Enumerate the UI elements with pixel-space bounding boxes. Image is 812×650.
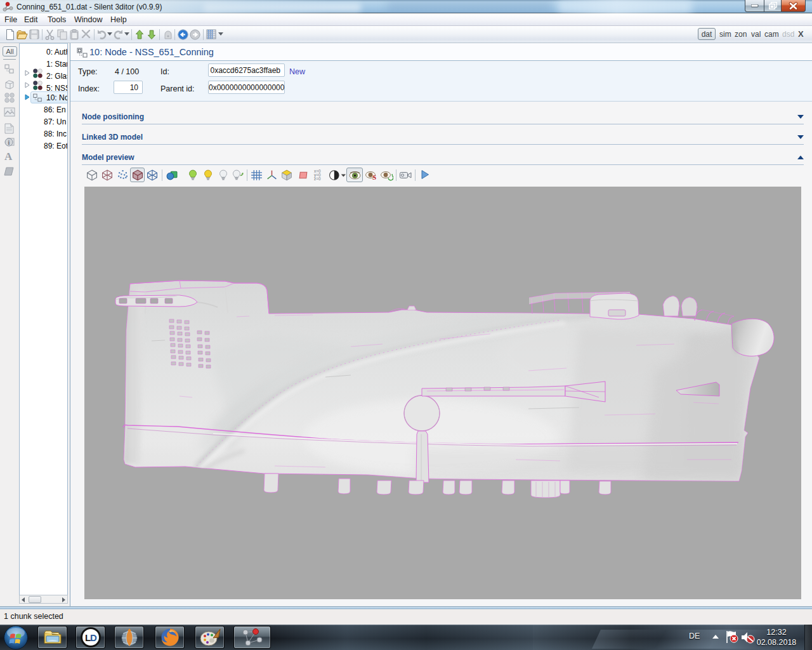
svg-text:i: i xyxy=(8,139,10,146)
svg-text:S: S xyxy=(372,173,376,181)
svg-text:D: D xyxy=(90,632,97,643)
svg-text:z=0: z=0 xyxy=(314,176,321,181)
